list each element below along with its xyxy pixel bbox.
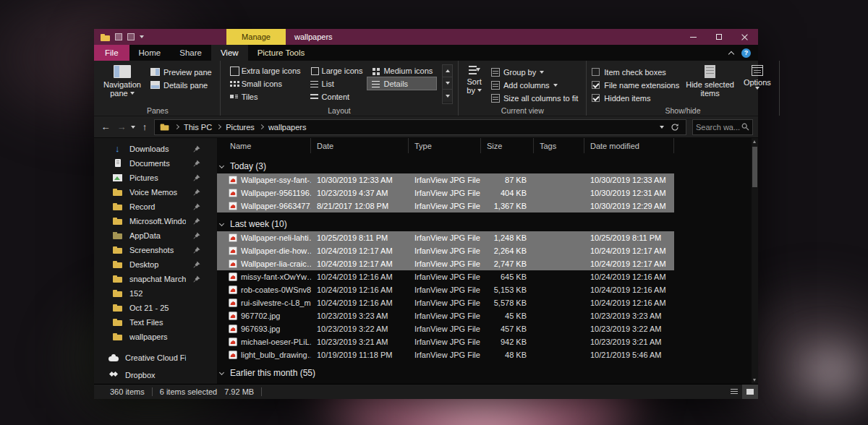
layout-option-large-icons[interactable]: Large icons [306, 64, 367, 77]
minimize-button[interactable] [680, 29, 706, 45]
file-name: Wallpaper-ssy-fant-… [241, 176, 311, 184]
sidebar-item-screenshots[interactable]: Screenshots [94, 243, 217, 257]
group-header[interactable]: Last week (10) [217, 217, 752, 231]
checkbox-file-name-extensions[interactable]: File name extensions [592, 79, 679, 91]
collapse-ribbon-icon[interactable] [728, 51, 734, 56]
column-header-name[interactable]: Name [217, 138, 311, 153]
breadcrumb[interactable]: This PC Pictures wallpapers [154, 119, 686, 135]
sidebar-item-downloads[interactable]: Downloads [94, 142, 217, 156]
layout-option-extra-large-icons[interactable]: Extra large icons [226, 64, 305, 77]
qat-new-folder-icon[interactable] [127, 33, 135, 40]
scroll-down-icon[interactable] [753, 379, 756, 382]
file-row[interactable]: Wallpaper-die-how… 10/24/2019 12:17 AM I… [217, 244, 674, 257]
group-header[interactable]: Earlier this month (55) [217, 366, 752, 380]
file-row[interactable]: michael-oeser-PLiL… 10/23/2019 3:21 AM I… [217, 335, 674, 348]
details-pane-button[interactable]: Details pane [148, 79, 215, 91]
gallery-scroll-up-button[interactable] [443, 65, 452, 77]
sidebar-list: Downloads Documents Pictures Voice Memos… [94, 142, 217, 384]
status-bar: 360 items 6 items selected 7.92 MB [94, 384, 758, 399]
manage-contextual-badge[interactable]: Manage [226, 29, 286, 45]
breadcrumb-pictures[interactable]: Pictures [226, 123, 255, 132]
layout-option-medium-icons[interactable]: Medium icons [367, 64, 436, 77]
tab-view[interactable]: View [211, 45, 248, 61]
sidebar-item-pictures[interactable]: Pictures [94, 171, 217, 185]
sidebar-item-152[interactable]: 152 [94, 286, 217, 301]
file-row[interactable]: Wallpaper-lia-craic… 10/24/2019 12:17 AM… [217, 257, 674, 270]
file-row[interactable]: Wallpaper-neli-lahti… 10/25/2019 8:11 PM… [217, 231, 674, 244]
tab-home[interactable]: Home [129, 45, 171, 61]
file-row[interactable]: 967693.jpg 10/23/2019 3:22 AM IrfanView … [217, 322, 674, 335]
breadcrumb-wallpapers[interactable]: wallpapers [268, 123, 307, 132]
sidebar-item-microsoft-windowste[interactable]: Microsoft.WindowsTe [94, 214, 217, 228]
group-by-button[interactable]: Group by [488, 66, 581, 78]
navigation-pane-button[interactable]: Navigation pane [101, 64, 144, 104]
column-header-date-modified[interactable]: Date modified [584, 138, 674, 153]
up-button[interactable] [138, 120, 151, 134]
hide-selected-items-button[interactable]: Hide selected items [683, 64, 737, 104]
layout-option-tiles[interactable]: Tiles [226, 90, 305, 103]
size-all-columns-button[interactable]: Size all columns to fit [488, 92, 581, 104]
sidebar-item-oct-21-25[interactable]: Oct 21 - 25 [94, 301, 217, 315]
file-row[interactable]: 967702.jpg 10/23/2019 3:23 AM IrfanView … [217, 309, 674, 322]
details-view-toggle[interactable] [726, 385, 742, 399]
layout-option-details[interactable]: Details [367, 77, 436, 90]
sidebar-item-desktop[interactable]: Desktop [94, 257, 217, 272]
sidebar-item-voice-memos[interactable]: Voice Memos [94, 185, 217, 199]
file-row[interactable]: rob-coates-0WSnv8… 10/24/2019 12:16 AM I… [217, 283, 674, 296]
group-header[interactable]: Today (3) [217, 159, 752, 173]
sidebar-item-record[interactable]: Record [94, 199, 217, 214]
close-button[interactable] [732, 29, 758, 45]
sidebar-item-documents[interactable]: Documents [94, 156, 217, 171]
list-view-icon [310, 80, 319, 88]
qat-properties-icon[interactable] [115, 33, 122, 40]
address-history-chevron-icon[interactable] [660, 126, 664, 129]
tiles-view-icon [229, 93, 239, 101]
layout-option-content[interactable]: Content [306, 90, 367, 103]
sidebar-item-appdata[interactable]: AppData [94, 228, 217, 243]
sidebar-item-creative-cloud-files[interactable]: Creative Cloud Files [94, 349, 217, 366]
layout-option-small-icons[interactable]: Small icons [226, 77, 305, 90]
checkbox-hidden-items[interactable]: Hidden items [592, 92, 679, 104]
column-header-tags[interactable]: Tags [534, 138, 584, 153]
tab-picture-tools[interactable]: Picture Tools [248, 45, 315, 61]
forward-button[interactable] [115, 120, 128, 134]
column-header-date[interactable]: Date [311, 138, 409, 153]
scrollbar-thumb[interactable] [752, 147, 757, 187]
column-header-type[interactable]: Type [409, 138, 481, 153]
file-row[interactable]: Wallpaper-9561196… 10/23/2019 4:37 AM Ir… [217, 186, 674, 199]
scroll-up-icon[interactable] [753, 140, 756, 143]
thumbnail-view-toggle[interactable] [742, 385, 758, 399]
column-header-size[interactable]: Size [481, 138, 534, 153]
sort-by-button[interactable]: Sort by [464, 64, 485, 104]
maximize-button[interactable] [706, 29, 732, 45]
file-row[interactable]: Wallpaper-ssy-fant-… 10/30/2019 12:33 AM… [217, 173, 674, 186]
sidebar-item-label: Microsoft.WindowsTe [129, 217, 186, 226]
breadcrumb-this-pc[interactable]: This PC [184, 123, 212, 132]
sidebar-item-dropbox[interactable]: Dropbox [94, 366, 217, 384]
layout-option-list[interactable]: List [306, 77, 367, 90]
help-icon[interactable] [741, 48, 751, 58]
explorer-folder-icon[interactable] [101, 33, 110, 41]
file-row[interactable]: Wallpaper-9663477… 8/21/2017 12:08 PM Ir… [217, 199, 674, 212]
sidebar-item-text-files[interactable]: Text Files [94, 315, 217, 330]
gallery-scroll-down-button[interactable] [443, 77, 452, 90]
checkbox-item-check-boxes[interactable]: Item check boxes [592, 66, 679, 78]
options-button[interactable]: Options [741, 64, 774, 104]
refresh-icon[interactable] [671, 123, 679, 132]
sidebar-item-snapchat-march-22[interactable]: snapchat March 22 [94, 272, 217, 286]
back-button[interactable] [99, 120, 112, 134]
file-row[interactable]: light_bulb_drawing… 10/19/2019 11:18 PM … [217, 348, 674, 361]
sidebar-item-wallpapers[interactable]: wallpapers [94, 330, 217, 344]
qat-customize-chevron-icon[interactable] [140, 35, 144, 38]
file-date: 10/24/2019 12:16 AM [311, 299, 409, 307]
add-columns-button[interactable]: Add columns [488, 79, 581, 91]
search-input[interactable] [696, 123, 741, 132]
preview-pane-button[interactable]: Preview pane [148, 66, 215, 78]
vertical-scrollbar[interactable] [752, 138, 758, 384]
recent-locations-chevron-icon[interactable] [131, 126, 135, 129]
tab-share[interactable]: Share [170, 45, 211, 61]
file-row[interactable]: rui-silvestre-c-L8_m… 10/24/2019 12:16 A… [217, 296, 674, 309]
tab-file[interactable]: File [94, 45, 129, 61]
gallery-more-button[interactable] [443, 90, 452, 102]
file-row[interactable]: missy-fant-xOwYw… 10/24/2019 12:16 AM Ir… [217, 270, 674, 283]
